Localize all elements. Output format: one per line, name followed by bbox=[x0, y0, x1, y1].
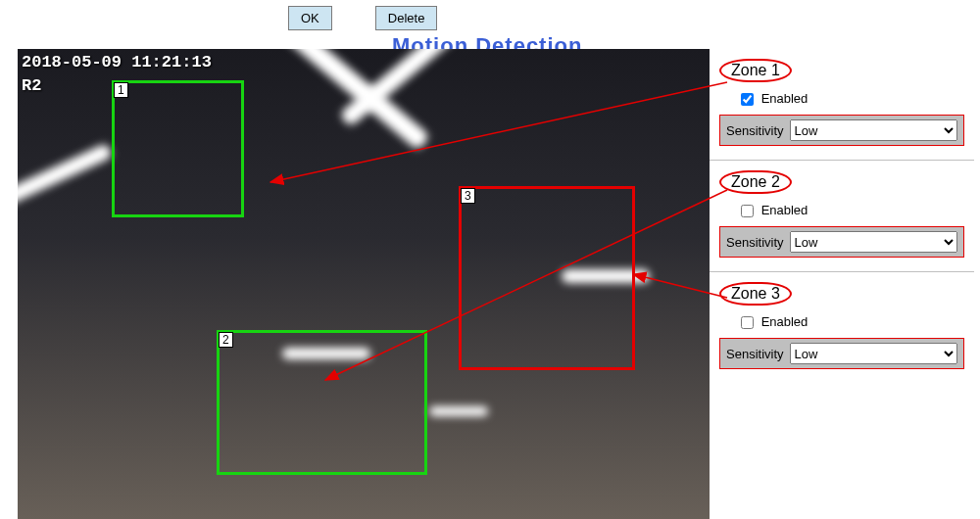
zone-panel-3: Zone 3 Enabled Sensitivity LowMediumHigh bbox=[710, 272, 974, 383]
zone-panel-2: Zone 2 Enabled Sensitivity LowMediumHigh bbox=[710, 161, 974, 272]
zone-3-sensitivity-label: Sensitivity bbox=[726, 347, 784, 361]
zones-sidebar: Zone 1 Enabled Sensitivity LowMediumHigh… bbox=[710, 49, 974, 383]
detection-box-2-label: 2 bbox=[219, 332, 233, 348]
zone-panel-1: Zone 1 Enabled Sensitivity LowMediumHigh bbox=[710, 49, 974, 161]
zone-1-sensitivity-row: Sensitivity LowMediumHigh bbox=[719, 115, 964, 146]
toolbar: OK Delete bbox=[288, 6, 437, 30]
detection-box-3-label: 3 bbox=[461, 188, 475, 204]
zone-1-enabled-checkbox[interactable] bbox=[741, 93, 754, 106]
zone-1-enabled-label: Enabled bbox=[761, 91, 808, 106]
detection-box-3[interactable]: 3 bbox=[459, 186, 635, 370]
zone-2-sensitivity-select[interactable]: LowMediumHigh bbox=[790, 231, 957, 253]
zone-3-sensitivity-row: Sensitivity LowMediumHigh bbox=[719, 338, 964, 369]
zone-3-title: Zone 3 bbox=[719, 282, 792, 306]
zone-2-sensitivity-label: Sensitivity bbox=[726, 235, 784, 250]
detection-box-1-label: 1 bbox=[114, 82, 128, 98]
detection-box-2[interactable]: 2 bbox=[217, 330, 427, 475]
zone-1-title: Zone 1 bbox=[719, 59, 792, 82]
zone-2-sensitivity-row: Sensitivity LowMediumHigh bbox=[719, 226, 964, 258]
zone-2-enabled-checkbox[interactable] bbox=[741, 205, 754, 217]
zone-2-enabled-label: Enabled bbox=[761, 203, 808, 217]
video-preview[interactable]: 2018-05-09 11:21:13 R2 1 2 3 bbox=[18, 49, 710, 519]
detection-box-1[interactable]: 1 bbox=[112, 80, 244, 217]
delete-button[interactable]: Delete bbox=[375, 6, 438, 30]
zone-1-sensitivity-label: Sensitivity bbox=[726, 123, 784, 138]
zone-1-sensitivity-select[interactable]: LowMediumHigh bbox=[790, 119, 957, 141]
zone-2-title: Zone 2 bbox=[719, 170, 792, 194]
zone-3-sensitivity-select[interactable]: LowMediumHigh bbox=[790, 343, 957, 364]
zone-3-enabled-checkbox[interactable] bbox=[741, 316, 754, 329]
overlay-timestamp: 2018-05-09 11:21:13 bbox=[22, 53, 212, 71]
overlay-camera-label: R2 bbox=[22, 76, 41, 95]
ok-button[interactable]: OK bbox=[288, 6, 332, 30]
zone-3-enabled-label: Enabled bbox=[761, 314, 808, 329]
